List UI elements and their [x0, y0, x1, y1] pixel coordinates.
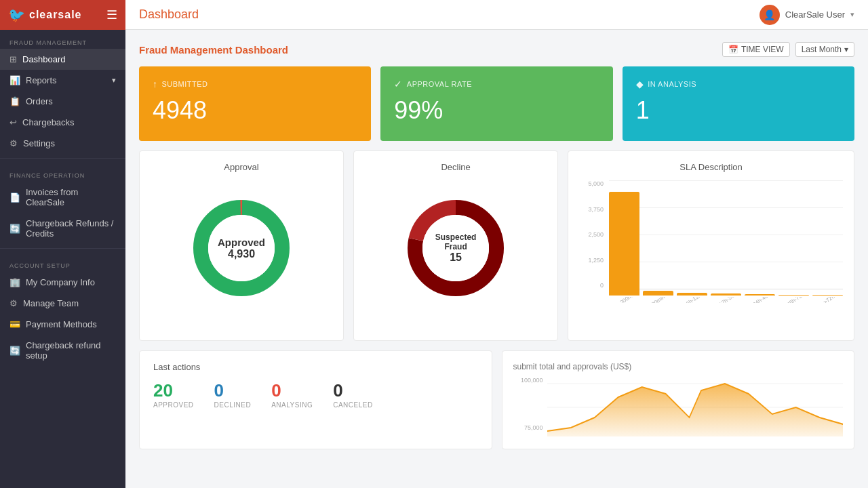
sidebar-item-my-company[interactable]: 🏢 My Company Info: [0, 272, 125, 293]
payment-icon: 💳: [9, 319, 20, 329]
sidebar-header: 🐦 clearsale ☰: [0, 0, 125, 30]
stat-approved: 20 APPROVED: [153, 380, 194, 409]
chevron-down-icon: ▾: [112, 76, 116, 85]
dashboard-header: Fraud Management Dashboard 📅 TIME VIEW L…: [139, 42, 854, 57]
settings-icon: ⚙: [9, 138, 18, 148]
hamburger-button[interactable]: ☰: [106, 7, 117, 22]
approved-label: APPROVED: [153, 401, 194, 409]
sidebar-item-label: Settings: [23, 138, 55, 148]
y-label-0: 0: [579, 282, 604, 289]
logo-icon: 🐦: [8, 7, 25, 23]
x-label-5: 24h-48h: [745, 297, 775, 303]
decline-donut-container: Suspected Fraud 15: [365, 180, 547, 316]
logo-text: clearsale: [29, 9, 82, 21]
kpi-approval-rate: ✓ APPROVAL RATE 99%: [380, 66, 612, 141]
sidebar-item-dashboard[interactable]: ⊞ Dashboard: [0, 49, 125, 70]
topbar: Dashboard 👤 ClearSale User ▾: [125, 0, 868, 30]
analysis-icon: ◆: [636, 79, 644, 89]
kpi-row: ↑ SUBMITTED 4948 ✓ APPROVAL RATE 99% ◆ I…: [139, 66, 854, 141]
sidebar-item-settings[interactable]: ⚙ Settings: [0, 133, 125, 154]
company-icon: 🏢: [9, 277, 20, 287]
sidebar-item-chargeback-setup[interactable]: 🔄 Chargeback refund setup: [0, 335, 125, 366]
logo: 🐦 clearsale: [8, 7, 82, 23]
submitted-icon: ↑: [153, 79, 158, 89]
sidebar-item-manage-team[interactable]: ⚙ Manage Team: [0, 293, 125, 314]
x-label-7: >72h: [812, 297, 843, 303]
stat-analysing: 0 ANALYSING: [271, 380, 313, 409]
declined-value: 0: [214, 380, 252, 401]
approval-icon: ✓: [394, 79, 403, 89]
main-content: Dashboard 👤 ClearSale User ▾ Fraud Manag…: [125, 0, 868, 488]
sidebar-item-chargebacks[interactable]: ↩ Chargebacks: [0, 112, 125, 133]
time-view-label: TIME VIEW: [741, 45, 784, 54]
y-label-2500: 2,500: [579, 231, 604, 238]
area-chart-title: submit total and approvals (US$): [513, 362, 844, 371]
area-chart-card: submit total and approvals (US$) 100,000…: [502, 350, 855, 449]
avatar: 👤: [760, 5, 780, 25]
sidebar-item-invoices[interactable]: 📄 Invoices from ClearSale: [0, 182, 125, 213]
sidebar-item-payment-methods[interactable]: 💳 Payment Methods: [0, 314, 125, 335]
y-area-label-100k: 100,000: [513, 377, 543, 384]
sidebar-item-label: Orders: [26, 96, 53, 106]
sidebar-item-orders[interactable]: 📋 Orders: [0, 91, 125, 112]
bar-200min: [609, 192, 639, 296]
sla-chart: 5,000 3,750 2,500 1,250 0: [579, 180, 843, 329]
sidebar-item-label: Invoices from ClearSale: [26, 187, 116, 207]
kpi-submitted-label: SUBMITTED: [162, 80, 208, 88]
sla-chart-title: SLA Description: [579, 162, 843, 172]
chargeback-setup-icon: 🔄: [9, 346, 20, 356]
approval-chart-card: Approval Approved 4,930: [139, 150, 344, 341]
chart-row: Approval Approved 4,930: [139, 150, 854, 341]
analysing-label: ANALYSING: [271, 401, 313, 409]
approval-chart-title: Approval: [151, 162, 332, 172]
bar-72h: [812, 295, 843, 296]
sidebar-item-chargeback-refunds[interactable]: 🔄 Chargeback Refunds / Credits: [0, 213, 125, 244]
kpi-submitted-value: 4948: [153, 96, 357, 125]
bar-group-5: [745, 294, 775, 296]
bottom-row: Last actions 20 APPROVED 0 DECLINED 0 AN…: [139, 350, 854, 449]
y-label-1250: 1,250: [579, 257, 604, 264]
sidebar-item-label: My Company Info: [26, 277, 95, 287]
section-label-finance: Finance Operation: [0, 163, 125, 182]
stat-declined: 0 DECLINED: [214, 380, 252, 409]
time-period-value: Last Month: [802, 45, 842, 54]
dashboard-icon: ⊞: [9, 54, 17, 64]
actions-stats: 20 APPROVED 0 DECLINED 0 ANALYSING 0 CAN…: [153, 380, 478, 409]
sidebar-item-label: Chargeback Refunds / Credits: [26, 218, 116, 239]
sidebar-item-label: Payment Methods: [26, 319, 97, 329]
decline-center-value: 15: [450, 251, 462, 263]
bar-group-6: [778, 295, 809, 296]
page-title: Dashboard: [139, 7, 199, 22]
sidebar-item-reports[interactable]: 📊 Reports ▾: [0, 70, 125, 91]
section-label-account: Account Setup: [0, 253, 125, 272]
sidebar-item-label: Manage Team: [23, 298, 79, 308]
time-view-button[interactable]: 📅 TIME VIEW: [722, 42, 790, 57]
x-label-1: < 200min: [609, 297, 639, 303]
analysing-value: 0: [271, 380, 313, 401]
chevron-down-icon: ▾: [850, 10, 854, 19]
chargebacks-icon: ↩: [9, 117, 17, 127]
last-actions-title: Last actions: [153, 362, 478, 372]
section-label-fraud: Fraud Management: [0, 30, 125, 49]
reports-icon: 📊: [9, 75, 20, 85]
bar-group-1: [609, 192, 639, 296]
sla-chart-card: SLA Description 5,000 3,750 2,500 1,250 …: [568, 150, 854, 341]
kpi-in-analysis: ◆ IN ANALYSIS 1: [623, 66, 854, 141]
x-label-3: 6h-12h: [677, 297, 707, 303]
kpi-approval-value: 99%: [394, 96, 599, 125]
approval-donut-container: Approved 4,930: [151, 180, 332, 316]
chevron-down-icon: ▾: [844, 45, 848, 54]
decline-donut-label: Suspected Fraud 15: [429, 232, 483, 264]
approval-donut-label: Approved 4,930: [218, 237, 265, 260]
time-period-button[interactable]: Last Month ▾: [795, 42, 854, 57]
canceled-value: 0: [333, 380, 372, 401]
user-menu[interactable]: 👤 ClearSale User ▾: [760, 5, 854, 25]
dashboard-title: Fraud Management Dashboard: [139, 44, 288, 56]
stat-canceled: 0 CANCELED: [333, 380, 372, 409]
decline-chart-card: Decline Suspected Fraud 15: [353, 150, 558, 341]
team-icon: ⚙: [9, 298, 18, 308]
kpi-analysis-label: IN ANALYSIS: [648, 80, 696, 88]
bar-group-3: [677, 293, 707, 296]
sidebar-item-label: Chargeback refund setup: [26, 340, 116, 361]
bar-48h-72h: [778, 295, 809, 296]
